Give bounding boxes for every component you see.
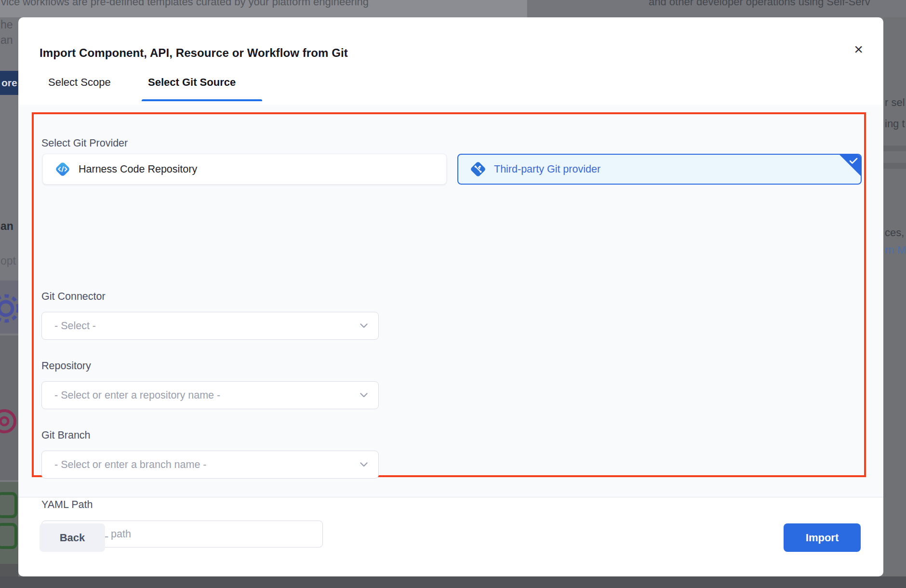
backdrop-fragment: an bbox=[0, 34, 13, 47]
select-placeholder: - Select - bbox=[54, 320, 360, 332]
backdrop-divider bbox=[883, 146, 906, 151]
tab-select-git-source[interactable]: Select Git Source bbox=[148, 76, 236, 89]
stacked-squares-icon bbox=[0, 492, 18, 554]
check-icon bbox=[849, 158, 858, 164]
backdrop-learn-more-link[interactable]: rn M bbox=[885, 244, 906, 256]
screen: vice workflows are pre-defined templates… bbox=[0, 0, 906, 588]
chevron-down-icon bbox=[360, 323, 368, 328]
backdrop-text-right: and other developer operations using Sel… bbox=[649, 0, 870, 8]
import-from-git-modal: Import Component, API, Resource or Workf… bbox=[18, 17, 883, 576]
select-placeholder: - Select or enter a repository name - bbox=[54, 389, 360, 401]
git-branch-select[interactable]: - Select or enter a branch name - bbox=[41, 451, 379, 479]
yaml-path-label: YAML Path bbox=[41, 499, 93, 511]
provider-card-third-party-git[interactable]: Third-party Git provider bbox=[457, 154, 862, 185]
close-icon[interactable]: × bbox=[854, 40, 863, 58]
provider-card-label: Third-party Git provider bbox=[494, 163, 600, 175]
backdrop-right-rail: r sel ing t ces, rn M bbox=[883, 17, 906, 576]
bullseye-icon bbox=[0, 406, 18, 437]
git-provider-label: Select Git Provider bbox=[41, 137, 128, 149]
provider-card-label: Harness Code Repository bbox=[79, 163, 197, 175]
git-connector-label: Git Connector bbox=[41, 291, 106, 303]
provider-card-harness-code[interactable]: Harness Code Repository bbox=[42, 154, 447, 185]
repository-label: Repository bbox=[41, 360, 91, 372]
backdrop-text-left: vice workflows are pre-defined templates… bbox=[1, 0, 369, 8]
git-source-panel: Select Git Provider bbox=[18, 105, 883, 497]
tab-select-scope[interactable]: Select Scope bbox=[48, 76, 111, 89]
backdrop-tint bbox=[0, 564, 18, 576]
backdrop-fragment: an bbox=[0, 220, 13, 233]
backdrop-fragment: opt bbox=[0, 254, 16, 267]
backdrop-bottom-strip bbox=[0, 576, 906, 588]
back-button[interactable]: Back bbox=[40, 523, 105, 552]
backdrop-fragment: r sel bbox=[885, 96, 905, 109]
select-placeholder: - Select or enter a branch name - bbox=[54, 459, 360, 471]
backdrop-explore-button[interactable]: ore bbox=[0, 71, 18, 95]
chevron-down-icon bbox=[360, 462, 368, 467]
modal-title: Import Component, API, Resource or Workf… bbox=[40, 46, 348, 60]
backdrop-fragment: ces, bbox=[885, 227, 904, 239]
import-button[interactable]: Import bbox=[784, 523, 861, 552]
git-branch-label: Git Branch bbox=[41, 429, 91, 441]
git-connector-select[interactable]: - Select - bbox=[41, 312, 379, 340]
gear-icon bbox=[0, 285, 18, 332]
backdrop-fragment: he bbox=[0, 18, 13, 31]
backdrop-divider bbox=[883, 163, 906, 169]
backdrop-fragment: ing t bbox=[885, 118, 905, 130]
active-tab-underline bbox=[142, 99, 262, 101]
harness-code-icon bbox=[53, 160, 72, 178]
backdrop-left-rail: he an ore an opt bbox=[0, 17, 18, 576]
chevron-down-icon bbox=[360, 393, 368, 398]
red-highlight-rectangle: Select Git Provider bbox=[32, 112, 866, 477]
git-icon bbox=[469, 160, 487, 178]
repository-select[interactable]: - Select or enter a repository name - bbox=[41, 381, 379, 409]
backdrop-top-strip: vice workflows are pre-defined templates… bbox=[0, 0, 906, 17]
